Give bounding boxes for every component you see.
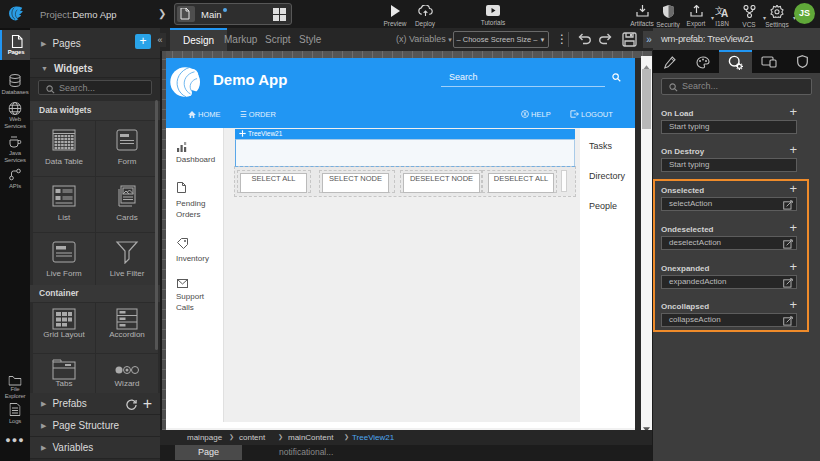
svg-text:A: A [721,8,728,17]
